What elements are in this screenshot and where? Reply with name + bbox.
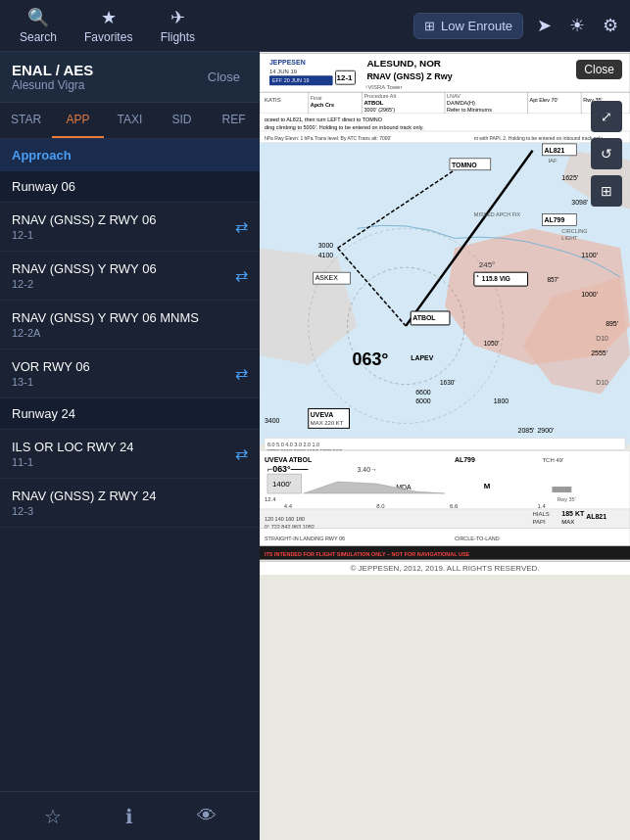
svg-text:Apt Elev 70': Apt Elev 70' — [530, 97, 558, 103]
svg-text:M: M — [484, 482, 491, 490]
airport-id: ENAL / AES — [12, 62, 93, 78]
svg-text:1630': 1630' — [440, 379, 456, 386]
svg-text:063°: 063° — [353, 350, 389, 369]
airport-info: ENAL / AES Alesund Vigra — [12, 62, 93, 92]
search-nav-label: Search — [20, 30, 57, 44]
tab-taxi[interactable]: TAXI — [104, 103, 156, 138]
svg-text:1000': 1000' — [581, 291, 598, 298]
chart-item-vor-06[interactable]: VOR RWY 06 13-1 ⇄ — [0, 350, 260, 398]
svg-text:MISSED APCH FIX: MISSED APCH FIX — [474, 211, 521, 217]
favorites-nav-item[interactable]: ★ Favorites — [73, 1, 144, 50]
svg-text:AL821: AL821 — [544, 147, 564, 154]
copyright-text: © JEPPESEN, 2012, 2019. ALL RIGHTS RESER… — [350, 564, 539, 573]
chart-item-rnav-y-06[interactable]: RNAV (GNSS) Y RWY 06 12-2 ⇄ — [0, 252, 260, 301]
svg-text:MAX 220 KT: MAX 220 KT — [311, 420, 344, 426]
enroute-selector[interactable]: ⊞ Low Enroute — [413, 13, 523, 39]
svg-text:2900': 2900' — [538, 427, 555, 434]
svg-text:12.4: 12.4 — [265, 496, 276, 502]
svg-text:UVEVA         ATBOL: UVEVA ATBOL — [265, 456, 313, 463]
chart-item-ils-24[interactable]: ILS OR LOC RWY 24 11-1 ⇄ — [0, 430, 260, 479]
chart-item-info: RNAV (GNSS) Y RWY 06 12-2 — [12, 261, 157, 290]
svg-text:1400': 1400' — [272, 480, 292, 489]
svg-text:1100': 1100' — [581, 252, 598, 258]
chart-item-rnav-y-06-mnms[interactable]: RNAV (GNSS) Y RWY 06 MNMS 12-2A — [0, 301, 260, 350]
svg-text:6600: 6600 — [415, 389, 431, 396]
chart-item-sub: 12-2 — [12, 278, 157, 290]
layers-chart-button[interactable]: ⊞ — [591, 175, 622, 207]
chart-item-title: VOR RWY 06 — [12, 359, 90, 374]
svg-text:∘: ∘ — [476, 274, 479, 279]
chart-panel: Close JEPPESEN 14 JUN 19 EFF 20 JUN 19 1… — [260, 52, 630, 840]
flights-nav-label: Flights — [161, 30, 195, 44]
svg-text:KATIS: KATIS — [265, 97, 281, 103]
svg-text:DA/MDA(H): DA/MDA(H) — [447, 100, 475, 106]
chart-item-info: VOR RWY 06 13-1 — [12, 359, 90, 388]
svg-text:Apch Crs: Apch Crs — [311, 102, 334, 108]
svg-text:3.40→: 3.40→ — [357, 466, 377, 473]
rotate-button[interactable]: ↺ — [591, 138, 622, 169]
chart-close-button[interactable]: Close — [576, 60, 622, 79]
bookmarks-icon[interactable]: ☆ — [32, 801, 73, 832]
svg-text:3098': 3098' — [571, 199, 588, 206]
enroute-label: Low Enroute — [441, 19, 512, 33]
search-nav-item[interactable]: 🔍 Search — [8, 1, 69, 50]
location-icon[interactable]: ➤ — [533, 11, 556, 40]
svg-text:1625': 1625' — [561, 174, 578, 181]
airport-header: ENAL / AES Alesund Vigra Close — [0, 52, 260, 103]
svg-text:nt with PAPI. 2. Holding to be: nt with PAPI. 2. Holding to be entered o… — [474, 136, 604, 141]
chart-item-info: RNAV (GNSS) Z RWY 06 12-1 — [12, 212, 156, 241]
chart-item-sub: 12-2A — [12, 327, 199, 339]
flights-nav-item[interactable]: ✈ Flights — [148, 1, 207, 50]
svg-text:MAX: MAX — [561, 519, 574, 525]
svg-text:UVEVA: UVEVA — [311, 411, 333, 418]
svg-text:LIGHT: LIGHT — [561, 235, 578, 241]
chart-item-title: RNAV (GNSS) Z RWY 24 — [12, 489, 156, 503]
settings-icon[interactable]: ⚙ — [599, 11, 622, 40]
pin-icon: ⇄ — [235, 364, 248, 383]
eye-icon[interactable]: 👁 — [185, 801, 228, 831]
svg-text:HIALS: HIALS — [533, 511, 550, 517]
tab-ref[interactable]: REF — [208, 103, 260, 138]
info-icon[interactable]: ℹ — [114, 801, 145, 832]
svg-text:1050': 1050' — [484, 340, 500, 347]
svg-text:857': 857' — [547, 276, 558, 283]
tab-app[interactable]: APP — [52, 103, 104, 138]
svg-text:Final: Final — [311, 95, 322, 101]
pin-icon: ⇄ — [235, 217, 248, 236]
svg-text:D10: D10 — [596, 379, 608, 386]
svg-text:3000: 3000 — [318, 242, 334, 249]
left-panel-close-button[interactable]: Close — [200, 66, 248, 88]
svg-text:ALESUND, NOR: ALESUND, NOR — [366, 58, 441, 69]
svg-rect-101 — [552, 487, 571, 492]
svg-text:Procedure Alt: Procedure Alt — [363, 93, 396, 99]
chart-item-sub: 13-1 — [12, 376, 90, 388]
chart-type-tabs: STAR APP TAXI SID REF — [0, 103, 260, 139]
chart-item-title: RNAV (GNSS) Y RWY 06 — [12, 261, 157, 276]
chart-item-sub: 12-1 — [12, 229, 156, 241]
svg-text:↑VISRA Tower: ↑VISRA Tower — [364, 84, 402, 90]
tab-star[interactable]: STAR — [0, 103, 52, 138]
svg-text:EFF 20 JUN 19: EFF 20 JUN 19 — [272, 77, 310, 83]
chart-item-rnav-z-06[interactable]: RNAV (GNSS) Z RWY 06 12-1 ⇄ — [0, 203, 260, 252]
svg-text:ATBOL: ATBOL — [412, 314, 436, 321]
svg-text:3400: 3400 — [265, 417, 280, 424]
brightness-icon[interactable]: ☀ — [565, 11, 589, 40]
svg-text:6000: 6000 — [415, 397, 431, 404]
search-icon: 🔍 — [27, 7, 49, 28]
chart-item-rnav-z-24[interactable]: RNAV (GNSS) Z RWY 24 12-3 — [0, 479, 260, 528]
fullscreen-button[interactable]: ⤢ — [591, 101, 622, 132]
chart-item-title: RNAV (GNSS) Y RWY 06 MNMS — [12, 310, 199, 325]
svg-text:CIRCLING: CIRCLING — [561, 228, 587, 234]
chart-item-info: RNAV (GNSS) Z RWY 24 12-3 — [12, 489, 156, 517]
svg-text:120  140  160  180: 120 140 160 180 — [265, 516, 305, 522]
svg-text:JEPPESEN: JEPPESEN — [269, 59, 306, 66]
svg-text:oceed to AL821, then turn LEFT: oceed to AL821, then turn LEFT direct to… — [265, 117, 382, 122]
svg-text:Refer to Minimums: Refer to Minimums — [447, 107, 492, 113]
layers-icon: ⊞ — [424, 19, 435, 33]
svg-text:AL799: AL799 — [544, 216, 564, 223]
svg-text:185 KT: 185 KT — [561, 510, 585, 517]
svg-text:Rwy 35': Rwy 35' — [557, 496, 575, 502]
runway-06-separator: Runway 06 — [0, 171, 260, 203]
tab-sid[interactable]: SID — [156, 103, 208, 138]
svg-text:8.0: 8.0 — [376, 503, 385, 509]
